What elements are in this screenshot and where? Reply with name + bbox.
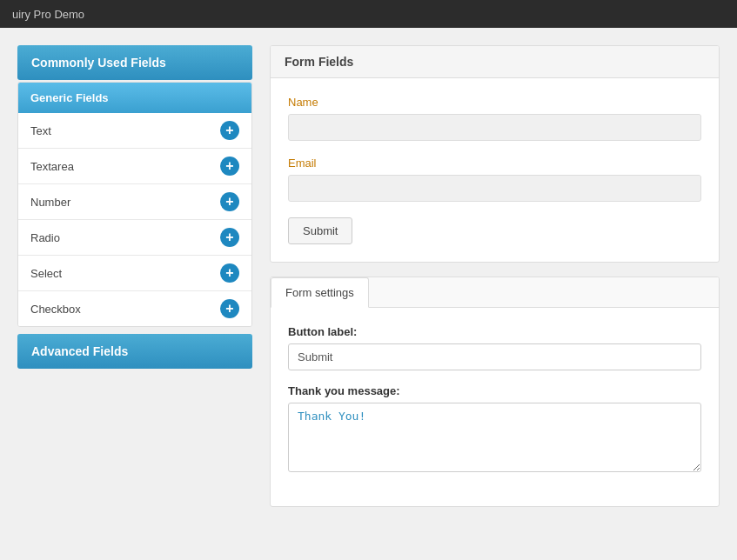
field-item-select[interactable]: Select+ [18,256,251,291]
sidebar: Commonly Used Fields Generic Fields Text… [17,45,252,543]
field-item-textarea[interactable]: Textarea+ [18,149,251,184]
topbar-title: uiry Pro Demo [12,8,84,21]
field-list: Text+Textarea+Number+Radio+Select+Checkb… [18,113,251,326]
field-label-number: Number [30,196,70,209]
button-label-group: Button label: [288,325,701,370]
thankyou-group: Thank you message: [288,384,701,475]
field-label-checkbox: Checkbox [30,303,81,316]
field-add-icon-text[interactable]: + [220,121,239,140]
thankyou-textarea[interactable] [288,403,701,472]
field-add-icon-checkbox[interactable]: + [220,299,239,318]
field-item-radio[interactable]: Radio+ [18,220,251,256]
field-label-radio: Radio [30,231,60,244]
form-fields-body: Name Email Submit [271,78,719,262]
form-settings-panel: Form settings Button label: Thank you me… [270,277,720,507]
tab-form-settings[interactable]: Form settings [271,277,369,308]
email-input[interactable] [288,175,701,202]
field-add-icon-number[interactable]: + [220,192,239,211]
advanced-fields-header[interactable]: Advanced Fields [17,334,252,369]
form-submit-button[interactable]: Submit [288,217,352,244]
form-fields-title: Form Fields [271,46,719,78]
field-item-number[interactable]: Number+ [18,184,251,220]
field-label-select: Select [30,267,62,280]
field-item-checkbox[interactable]: Checkbox+ [18,291,251,326]
topbar: uiry Pro Demo [0,0,737,28]
email-field-group: Email [288,157,701,202]
field-add-icon-radio[interactable]: + [220,228,239,247]
name-label: Name [288,96,701,109]
generic-fields-header: Generic Fields [18,83,251,113]
button-label-label: Button label: [288,325,701,338]
form-fields-panel: Form Fields Name Email Submit [270,45,720,263]
name-input[interactable] [288,114,701,141]
settings-tab-bar: Form settings [271,277,719,308]
main-content: Form Fields Name Email Submit Form setti… [270,45,720,543]
thankyou-label: Thank you message: [288,384,701,397]
name-field-group: Name [288,96,701,141]
commonly-used-header[interactable]: Commonly Used Fields [17,45,252,80]
field-label-text: Text [30,124,51,137]
field-add-icon-textarea[interactable]: + [220,157,239,176]
button-label-input[interactable] [288,343,701,370]
field-item-text[interactable]: Text+ [18,113,251,149]
settings-body: Button label: Thank you message: [271,308,719,506]
field-label-textarea: Textarea [30,160,74,173]
email-label: Email [288,157,701,170]
field-add-icon-select[interactable]: + [220,263,239,283]
generic-fields-group: Generic Fields Text+Textarea+Number+Radi… [17,82,252,327]
